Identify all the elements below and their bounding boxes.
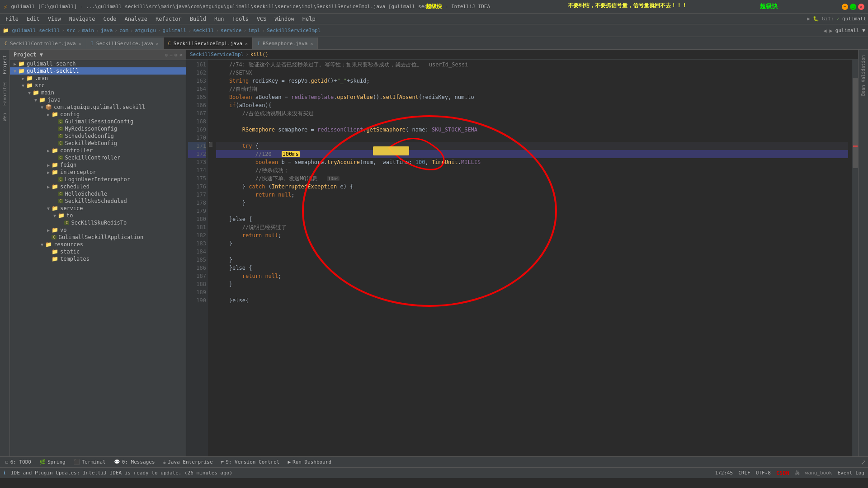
breadcrumb-method[interactable]: kill() <box>250 52 269 57</box>
event-log-status[interactable]: Event Log <box>837 470 864 476</box>
breadcrumb-seckill[interactable]: seckill <box>193 28 214 33</box>
menu-edit[interactable]: Edit <box>23 15 43 23</box>
breadcrumb-gulimall[interactable]: gulimall <box>162 28 186 33</box>
breadcrumb-file[interactable]: SeckillServiceImpl <box>190 52 244 57</box>
tab-icon-controller: C <box>5 41 7 46</box>
bottom-tab-run[interactable]: ▶ Run Dashboard <box>284 458 335 466</box>
tree-seckillskuscheduled[interactable]: C SeckillSkuScheduled <box>10 197 186 205</box>
tab-close-rsemaphore[interactable]: ✕ <box>310 41 313 46</box>
tree-mvn[interactable]: ▶ 📁 .mvn <box>10 75 186 82</box>
breadcrumb-main[interactable]: main <box>82 28 94 33</box>
nav-back-icon[interactable]: ◀ <box>823 28 826 34</box>
toolbar-debug-icon[interactable]: 🐛 <box>813 16 819 22</box>
code-line-173: boolean b = semaphore.tryAcquire(num, wa… <box>216 158 848 166</box>
cursor-position[interactable]: 172:45 <box>715 470 733 476</box>
menu-navigate[interactable]: Navigate <box>66 15 99 23</box>
vtab-web[interactable]: Web <box>1 109 8 125</box>
vtab-event-log[interactable]: Bean Validation <box>860 52 867 99</box>
expand-icon[interactable]: ⤢ <box>861 459 866 466</box>
tree-main[interactable]: ▼ 📁 main <box>10 89 186 96</box>
vtab-project[interactable]: Project <box>1 52 8 78</box>
notification-text: IDE and Plugin Updates: IntelliJ IDEA is… <box>11 470 232 476</box>
tree-controller[interactable]: ▶ 📁 controller <box>10 147 186 154</box>
minimize-button[interactable]: ─ <box>842 4 848 10</box>
breadcrumb-java[interactable]: java <box>101 28 113 33</box>
menu-analyze[interactable]: Analyze <box>121 15 151 23</box>
tree-gulimallseckillapplication[interactable]: C GulimallSeckillApplication <box>10 234 186 241</box>
project-action-close[interactable]: ✕ <box>179 52 182 58</box>
breadcrumb-src[interactable]: src <box>66 28 75 33</box>
tree-gulimall-search[interactable]: ▶ 📁 gulimall-search <box>10 60 186 67</box>
bottom-tab-messages[interactable]: 💬 0: Messages <box>110 458 159 466</box>
tree-package[interactable]: ▼ 📦 com.atguigu.gulimall.seckill <box>10 103 186 111</box>
tab-seckillservice[interactable]: I SeckillService.java ✕ <box>86 38 164 49</box>
nav-forward-icon[interactable]: ▶ <box>830 28 833 34</box>
bottom-tab-terminal[interactable]: ⬛ Terminal <box>70 458 109 466</box>
tab-rsemaphore[interactable]: I RSemaphore.java ✕ <box>253 38 318 49</box>
tree-gulimallsessionconfig[interactable]: C GulimallSessionConfig <box>10 118 186 125</box>
breadcrumb-gulimall-seckill[interactable]: 📁 gulimall-seckill <box>3 28 60 33</box>
breadcrumb-impl[interactable]: impl <box>248 28 260 33</box>
menu-vcs[interactable]: VCS <box>253 15 270 23</box>
tree-seckillcontroller[interactable]: C SeckillController <box>10 154 186 161</box>
menu-help[interactable]: Help <box>299 15 319 23</box>
project-action-collapse[interactable]: ≡ <box>170 52 173 58</box>
breadcrumb-service[interactable]: service <box>221 28 241 33</box>
scroll-thumb[interactable] <box>853 78 858 168</box>
tree-resources[interactable]: ▼ 📁 resources <box>10 241 186 248</box>
encoding[interactable]: UTF-8 <box>756 470 771 476</box>
gulimall-run-config[interactable]: gulimall ▼ <box>835 28 865 33</box>
tree-to[interactable]: ▼ 📁 to <box>10 212 186 219</box>
tree-config[interactable]: ▶ 📁 config <box>10 111 186 118</box>
tab-close-service[interactable]: ✕ <box>156 41 159 46</box>
menu-code[interactable]: Code <box>100 15 120 23</box>
bottom-tab-spring[interactable]: 🌿 Spring <box>36 458 69 466</box>
tree-helloschedule[interactable]: C HelloSchedule <box>10 190 186 197</box>
tree-java[interactable]: ▼ 📁 java <box>10 96 186 103</box>
tree-feign[interactable]: ▶ 📁 feign <box>10 161 186 169</box>
menu-build[interactable]: Build <box>186 15 210 23</box>
menu-view[interactable]: View <box>44 15 65 23</box>
toolbar-checkmark[interactable]: ✓ <box>836 16 840 22</box>
tab-close-controller[interactable]: ✕ <box>79 41 81 46</box>
tab-close-impl[interactable]: ✕ <box>245 41 248 46</box>
tab-seckillserviceimpl[interactable]: C SeckillServiceImpl.java ✕ <box>164 38 253 49</box>
vertical-scrollbar[interactable] <box>852 60 858 456</box>
vtab-favorites[interactable]: Favorites <box>1 78 8 109</box>
line-separator[interactable]: CRLF <box>738 470 750 476</box>
bottom-tab-enterprise[interactable]: ☕ Java Enterprise <box>160 458 217 466</box>
tree-myredissonconfig[interactable]: C MyRedissonConfig <box>10 125 186 132</box>
tree-interceptor[interactable]: ▶ 📁 interceptor <box>10 169 186 176</box>
project-action-settings[interactable]: ⚙ <box>175 52 178 58</box>
toolbar-branch[interactable]: gulimall <box>842 16 866 22</box>
tree-seckillwebconfig[interactable]: C SeckillWebConfig <box>10 140 186 147</box>
tree-service[interactable]: ▼ 📁 service <box>10 205 186 212</box>
tree-static[interactable]: 📁 static <box>10 248 186 255</box>
tree-src[interactable]: ▼ 📁 src <box>10 82 186 89</box>
project-action-locate[interactable]: ⊕ <box>165 52 168 58</box>
bottom-tab-todo[interactable]: ☑ 6: TODO <box>2 458 35 466</box>
breadcrumb-seckillserviceimpl[interactable]: SeckillServiceImpl <box>267 28 321 33</box>
menu-run[interactable]: Run <box>211 15 228 23</box>
tree-gulimall-seckill[interactable]: ▼ 📁 gulimall-seckill <box>10 67 186 75</box>
code-line-178: } <box>216 199 848 207</box>
tree-scheduled[interactable]: ▶ 📁 scheduled <box>10 183 186 190</box>
close-button[interactable]: ✕ <box>858 4 864 10</box>
tab-seckillcontroller[interactable]: C SeckillController.java ✕ <box>0 38 86 49</box>
menu-file[interactable]: File <box>2 15 22 23</box>
tree-seckillskuredisto[interactable]: C SecKillSkuRedisTo <box>10 219 186 226</box>
tree-loginuserinterceptor[interactable]: C LoginUserInterceptor <box>10 176 186 183</box>
breadcrumb-atguigu[interactable]: atguigu <box>135 28 156 33</box>
maximize-button[interactable]: □ <box>850 4 856 10</box>
menu-refactor[interactable]: Refactor <box>152 15 185 23</box>
toolbar-run-icon[interactable]: ▶ <box>807 16 810 22</box>
menu-tools[interactable]: Tools <box>229 15 252 23</box>
breadcrumb-com[interactable]: com <box>119 28 128 33</box>
menu-window[interactable]: Window <box>271 15 297 23</box>
tree-scheduledconfig[interactable]: C ScheduledConfig <box>10 132 186 140</box>
tree-vo[interactable]: ▶ 📁 vo <box>10 226 186 234</box>
tree-templates[interactable]: 📁 templates <box>10 255 186 263</box>
enterprise-icon: ☕ <box>163 459 166 465</box>
code-content[interactable]: //74: 验证这个人是否已经秒杀过了。幂等性；如果只要秒杀成功，就去占位。 u… <box>212 60 852 456</box>
bottom-tab-vcs[interactable]: ⇄ 9: Version Control <box>217 458 283 466</box>
